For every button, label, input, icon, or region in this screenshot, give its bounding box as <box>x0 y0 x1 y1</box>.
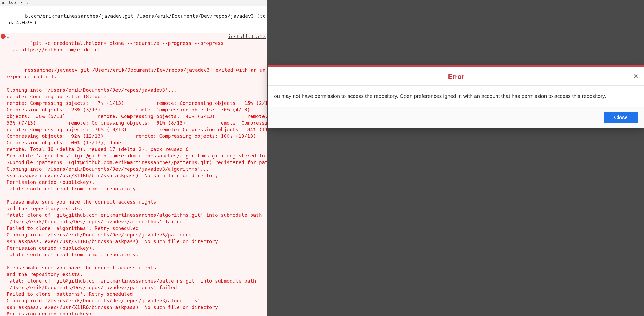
console-error-row2: nessanches/javadev.git /Users/erik/Docum… <box>0 60 267 87</box>
toolbar-label-top: top <box>8 0 17 6</box>
close-icon[interactable]: ✕ <box>633 73 639 80</box>
console-success-text: b.com/erikmartinessanches/javadev.git /U… <box>6 6 266 32</box>
toolbar-dropdown[interactable]: ▾ <box>20 0 22 6</box>
console-toolbar: ◉ top ▾ ◌ <box>0 0 267 6</box>
close-button[interactable]: Close <box>604 112 638 123</box>
toolbar-eye-icon[interactable]: ◉ <box>2 0 4 6</box>
error-url-cont: nessanches/javadev.git <box>25 67 89 73</box>
console-error-text: `git -c credential.helper= clone --recur… <box>11 33 225 60</box>
console-error-row: ✕ ▶ `git -c credential.helper= clone --r… <box>0 33 267 60</box>
dialog-header: Error ✕ <box>268 67 644 86</box>
error-repo-url[interactable]: https://github.com/erikmarti <box>21 47 103 52</box>
dialog-body: ou may not have permission to access the… <box>268 86 644 107</box>
error-icon: ✕ <box>1 34 6 39</box>
error-dialog: Error ✕ ou may not have permission to ac… <box>268 65 644 128</box>
disclosure-triangle[interactable]: ▶ <box>7 34 10 41</box>
toolbar-filter-icon[interactable]: ◌ <box>26 0 28 6</box>
console-error-text2: nessanches/javadev.git /Users/erik/Docum… <box>6 60 266 86</box>
console-success-row: b.com/erikmartinessanches/javadev.git /U… <box>0 6 267 33</box>
console-panel: ◉ top ▾ ◌ b.com/erikmartinessanches/java… <box>0 0 267 316</box>
dialog-footer: Close <box>268 107 644 128</box>
git-output-block: Cloning into '/Users/erik/Documents/Dev/… <box>0 87 267 316</box>
repo-url-fragment[interactable]: b.com/erikmartinessanches/javadev.git <box>25 13 134 19</box>
source-link[interactable]: install.ts:23 <box>225 33 266 40</box>
dialog-title: Error <box>448 73 464 81</box>
